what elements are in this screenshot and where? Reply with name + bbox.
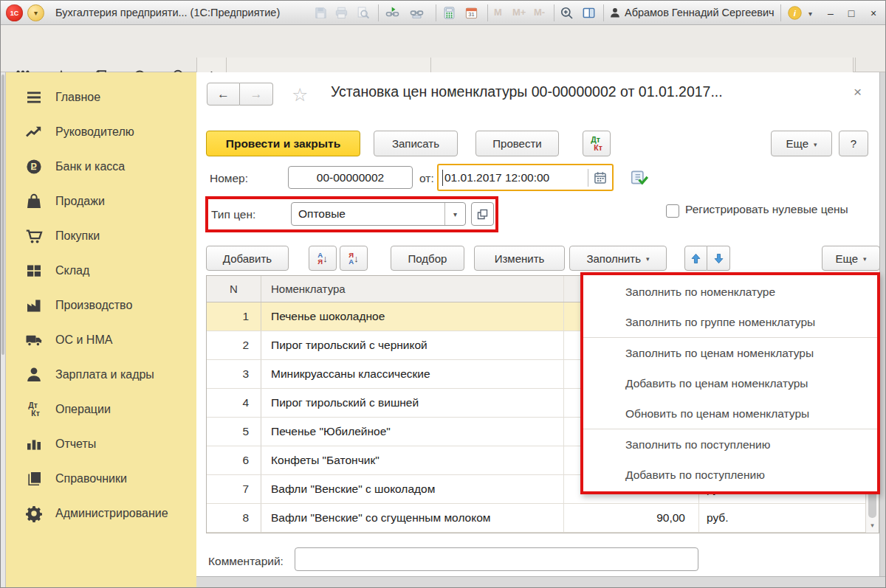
gear-icon — [25, 505, 43, 522]
cart-icon — [25, 227, 43, 245]
sidebar-item-fixed-assets[interactable]: ОС и НМА — [6, 322, 196, 357]
register-zero-prices-checkbox[interactable] — [666, 204, 679, 218]
help-button[interactable]: ? — [839, 131, 868, 156]
move-row-up-button[interactable] — [684, 246, 707, 271]
sort-asc-button[interactable]: АЯ ↓ — [309, 246, 337, 271]
column-header-nomenclature[interactable]: Номенклатура — [261, 276, 564, 302]
print-icon[interactable] — [334, 6, 348, 20]
sidebar-item-salary-hr[interactable]: Зарплата и кадры — [6, 357, 196, 392]
post-and-close-button[interactable]: Провести и закрыть — [206, 131, 360, 156]
dtkt-postings-button[interactable]: ДтКт — [583, 131, 611, 156]
field-divider — [588, 169, 588, 187]
add-row-button[interactable]: Добавить — [206, 246, 289, 271]
fill-button[interactable]: Заполнить ▾ — [569, 246, 667, 271]
window-right-edge — [879, 72, 886, 588]
sidebar-item-catalogs[interactable]: Справочники — [6, 461, 196, 496]
favorite-star-icon[interactable]: ☆ — [292, 84, 308, 106]
pick-button[interactable]: Подбор — [391, 246, 464, 271]
fill-dropdown-menu: Заполнить по номенклатуреЗаполнить по гр… — [580, 272, 880, 494]
maximize-button[interactable]: □ — [842, 4, 860, 21]
fill-menu-item[interactable]: Заполнить по номенклатуре — [583, 277, 877, 307]
list-more-label: Еще — [835, 252, 858, 265]
sidebar-scrollbar-thumb[interactable] — [1, 75, 4, 355]
comment-input[interactable] — [295, 547, 698, 571]
document-close-icon[interactable]: × — [854, 84, 862, 100]
move-row-down-button[interactable] — [707, 246, 730, 271]
print-preview-icon[interactable] — [356, 6, 370, 20]
row-number: 6 — [207, 446, 261, 474]
combo-dropdown-icon[interactable]: ▾ — [444, 203, 465, 225]
main-menu-button[interactable]: ▾ — [27, 4, 44, 21]
price-type-open-button[interactable] — [471, 202, 494, 226]
sidebar-item-production[interactable]: Производство — [6, 288, 196, 322]
back-button[interactable]: ← — [207, 83, 240, 106]
tab-bar: Установка цен номенклатуры × Установка ц… — [1, 25, 886, 72]
number-label: Номер: — [210, 172, 248, 185]
fill-menu-item[interactable]: Добавить по ценам номенклатуры — [583, 368, 877, 398]
sidebar-item-bank-cash[interactable]: PБанк и касса — [6, 149, 196, 184]
current-user-name[interactable]: Абрамов Геннадий Сергеевич — [625, 7, 775, 18]
link-get-icon[interactable] — [385, 6, 399, 20]
zoom-icon[interactable] — [560, 6, 574, 20]
sidebar-item-purchases[interactable]: Покупки — [6, 218, 196, 253]
price-type-combo[interactable]: Оптовые ▾ — [291, 202, 466, 226]
more-button[interactable]: Еще ▾ — [771, 131, 832, 156]
sort-desc-button[interactable]: ЯА ↓ — [340, 246, 368, 271]
calculator-icon[interactable] — [442, 6, 456, 20]
toolbar-separator — [603, 4, 604, 21]
save-icon[interactable] — [314, 6, 328, 20]
calendar-picker-icon[interactable] — [593, 170, 608, 185]
row-number: 7 — [207, 475, 261, 503]
truck-icon — [25, 331, 43, 349]
toolbar-separator — [436, 4, 436, 21]
column-header-number[interactable]: N — [207, 276, 261, 302]
close-window-button[interactable]: × — [865, 4, 882, 21]
sidebar-item-operations[interactable]: ДтКтОперации — [6, 392, 196, 426]
fill-menu-item[interactable]: Добавить по поступлению — [583, 460, 877, 490]
fill-menu-item[interactable]: Обновить по ценам номенклатуры — [583, 398, 877, 429]
table-row[interactable]: 8Вафли "Венские" со сгущенным молоком90,… — [207, 504, 865, 533]
memory-m-plus-button[interactable]: M+ — [512, 7, 526, 18]
change-button[interactable]: Изменить — [474, 246, 565, 271]
date-field[interactable]: 01.01.2017 12:00:00 — [437, 164, 614, 191]
toolbar-separator — [378, 4, 379, 21]
info-icon[interactable]: i — [787, 5, 803, 21]
number-field[interactable]: 00-00000002 — [288, 166, 413, 189]
sidebar-item-warehouse[interactable]: Склад — [6, 253, 196, 288]
memory-m-button[interactable]: M — [494, 7, 502, 18]
sidebar-item-label: Отчеты — [55, 437, 96, 451]
sidebar-scrollbar[interactable] — [1, 72, 6, 588]
fill-menu-item[interactable]: Заполнить по поступлению — [583, 429, 877, 460]
trend-icon — [25, 123, 43, 141]
down-arrow-glyph: ↓ — [323, 253, 328, 264]
toolbar-separator — [487, 4, 488, 21]
register-zero-prices-label: Регистрировать нулевые цены — [685, 201, 849, 218]
memory-m-minus-button[interactable]: M- — [534, 7, 545, 18]
fill-menu-item[interactable]: Заполнить по ценам номенклатуры — [583, 338, 877, 368]
row-nomenclature: Печенье "Юбилейное" — [261, 418, 564, 446]
chevron-down-icon: ▾ — [863, 254, 867, 263]
write-button[interactable]: Записать — [374, 131, 458, 156]
chevron-down-icon: ▾ — [814, 139, 817, 148]
calendar-icon[interactable]: 31 — [464, 6, 478, 20]
sidebar-item-administration[interactable]: Администрирование — [6, 496, 196, 530]
sidebar-item-main[interactable]: Главное — [6, 80, 196, 114]
fill-menu-item[interactable]: Заполнить по группе номенклатуры — [583, 307, 877, 337]
list-more-button[interactable]: Еще ▾ — [822, 246, 880, 271]
sidebar-item-sales[interactable]: Продажи — [6, 184, 196, 218]
sidebar-item-label: Банк и касса — [55, 160, 125, 173]
sort-asc-icon: АЯ — [317, 252, 323, 265]
info-dropdown-icon[interactable]: ▾ — [808, 10, 812, 18]
post-button[interactable]: Провести — [475, 131, 559, 156]
split-window-icon[interactable] — [582, 6, 596, 20]
forward-button[interactable]: → — [240, 83, 273, 106]
link-go-icon[interactable] — [410, 6, 424, 20]
toolbar-separator — [780, 4, 781, 21]
sidebar-item-manager[interactable]: Руководителю — [6, 114, 196, 149]
minimize-button[interactable]: – — [822, 4, 839, 21]
scrollbar-down-icon[interactable]: ▾ — [866, 519, 879, 532]
price-type-label: Тип цен: — [211, 208, 255, 221]
sidebar-item-label: Главное — [55, 91, 100, 104]
row-nomenclature: Вафли "Венские" с шоколадом — [261, 475, 564, 503]
sidebar-item-reports[interactable]: Отчеты — [6, 426, 196, 461]
